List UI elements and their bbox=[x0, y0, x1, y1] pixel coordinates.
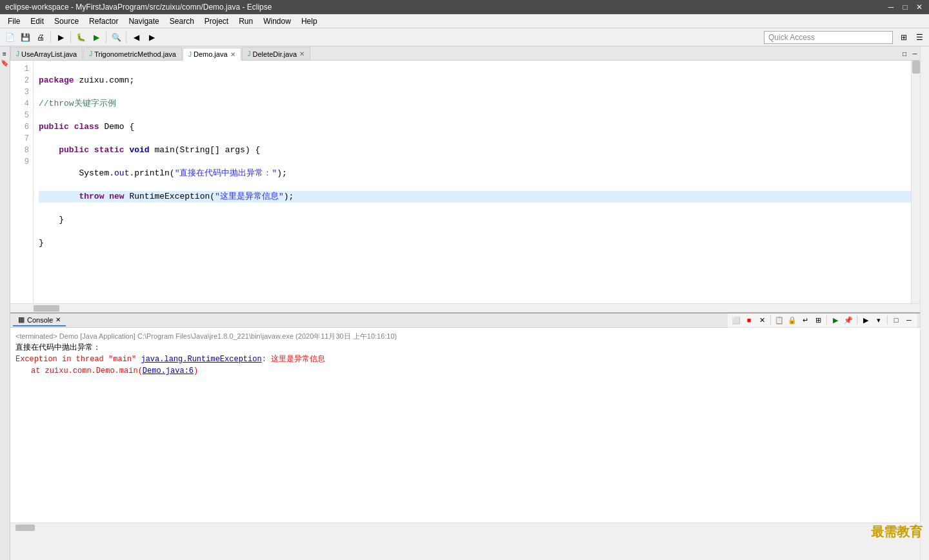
console-tab-close[interactable]: ✕ bbox=[55, 316, 61, 323]
tab-label-2: TrigonometricMethod.java bbox=[94, 50, 176, 58]
minimize-button[interactable]: ─ bbox=[886, 3, 895, 12]
sidebar-btn1[interactable]: ≡ bbox=[0, 49, 9, 58]
new-button[interactable]: 📄 bbox=[3, 30, 17, 45]
tab-delete-dir[interactable]: J DeleteDir.java ✕ bbox=[242, 47, 310, 60]
tab-demo[interactable]: J Demo.java ✕ bbox=[183, 48, 241, 61]
terminate-btn[interactable]: ■ bbox=[743, 314, 755, 326]
code-line-8: } bbox=[39, 237, 911, 249]
close-button[interactable]: ✕ bbox=[915, 3, 924, 12]
tab-icon-2: J bbox=[89, 50, 92, 57]
views-button[interactable]: ☰ bbox=[912, 30, 926, 45]
console-error-text1: Exception in thread "main" bbox=[15, 355, 141, 364]
console-sep2 bbox=[826, 315, 827, 325]
maximize-button[interactable]: □ bbox=[901, 3, 910, 12]
menu-file[interactable]: File bbox=[3, 15, 25, 27]
menu-search[interactable]: Search bbox=[165, 15, 199, 27]
menu-navigate[interactable]: Navigate bbox=[123, 15, 164, 27]
run-last-console-btn[interactable]: ▶ bbox=[830, 314, 841, 326]
editor-with-sidebar: ≡ 🔖 J UseArrayList.java J TrigonometricM… bbox=[0, 46, 929, 560]
console-minimize-btn[interactable]: ─ bbox=[903, 314, 915, 326]
tab-icon-4: J bbox=[248, 50, 251, 57]
console-output[interactable]: <terminated> Demo [Java Application] C:\… bbox=[10, 328, 920, 523]
editor-scrollbar[interactable] bbox=[911, 61, 920, 303]
console-next-btn[interactable]: ▶ bbox=[860, 314, 872, 326]
search-button[interactable]: 🔍 bbox=[109, 30, 123, 45]
code-line-1: package zuixu.comn; bbox=[39, 75, 911, 86]
window-controls: ─ □ ✕ bbox=[886, 3, 924, 12]
console-source-link[interactable]: Demo.java:6 bbox=[143, 366, 194, 375]
tab-use-array-list[interactable]: J UseArrayList.java bbox=[10, 47, 83, 60]
console-error-line2: at zuixu.comn.Demo.main(Demo.java:6) bbox=[15, 365, 915, 377]
tab-bar-controls: □ ─ bbox=[899, 47, 920, 60]
bottom-panel: ▦ Console ✕ ⬜ ■ ✕ 📋 🔒 ↵ ⊞ bbox=[10, 312, 920, 532]
save-button[interactable]: 💾 bbox=[18, 30, 32, 45]
console-maximize-btn[interactable]: □ bbox=[890, 314, 902, 326]
code-line-5: System.out.println("直接在代码中抛出异常："); bbox=[39, 168, 911, 179]
debug-button[interactable]: 🐛 bbox=[74, 30, 88, 45]
perspectives-button[interactable]: ⊞ bbox=[897, 30, 911, 45]
menu-source[interactable]: Source bbox=[49, 15, 84, 27]
console-exception-link[interactable]: java.lang.RuntimeException bbox=[141, 355, 261, 364]
console-view-btn[interactable]: ⊞ bbox=[812, 314, 824, 326]
forward-button[interactable]: ▶ bbox=[145, 30, 159, 45]
code-line-2: //throw关键字示例 bbox=[39, 98, 911, 110]
toolbar: 📄 💾 🖨 ▶ 🐛 ▶ 🔍 ◀ ▶ Quick Access ⊞ ☰ bbox=[0, 28, 929, 46]
quick-access-label: Quick Access bbox=[768, 33, 815, 42]
console-tab-bar: ▦ Console ✕ ⬜ ■ ✕ 📋 🔒 ↵ ⊞ bbox=[10, 314, 920, 328]
tab-label-4: DeleteDir.java bbox=[253, 50, 297, 58]
menu-refactor[interactable]: Refactor bbox=[84, 15, 123, 27]
console-at-text: at zuixu.comn.Demo.main( bbox=[31, 366, 143, 375]
menu-bar: File Edit Source Refactor Navigate Searc… bbox=[0, 14, 929, 28]
console-sep1 bbox=[770, 315, 771, 325]
tab-icon-1: J bbox=[16, 50, 19, 57]
run-button[interactable]: ▶ bbox=[89, 30, 103, 45]
scroll-lock-btn[interactable]: 🔒 bbox=[786, 314, 798, 326]
tab-minimize-btn[interactable]: ─ bbox=[910, 47, 920, 60]
tab-close-3[interactable]: ✕ bbox=[230, 51, 235, 58]
toolbar-sep4 bbox=[126, 32, 126, 43]
editor-hscroll[interactable] bbox=[10, 303, 920, 312]
word-wrap-btn[interactable]: ↵ bbox=[799, 314, 811, 326]
toolbar-sep1 bbox=[50, 32, 51, 43]
console-hscroll[interactable] bbox=[10, 523, 920, 532]
left-sidebar: ≡ 🔖 bbox=[0, 46, 10, 560]
menu-window[interactable]: Window bbox=[258, 15, 296, 27]
title-text: eclipse-workspace - MyFirstJavaProgram/s… bbox=[5, 3, 272, 12]
code-line-3: public class Demo { bbox=[39, 121, 911, 133]
pin-console-btn[interactable]: 📌 bbox=[843, 314, 854, 326]
menu-run[interactable]: Run bbox=[234, 15, 258, 27]
tab-maximize-btn[interactable]: □ bbox=[899, 47, 910, 60]
tab-trigonometric[interactable]: J TrigonometricMethod.java bbox=[83, 47, 182, 60]
line-numbers: 1 2 3 4 5 6 7 8 9 bbox=[10, 61, 34, 303]
console-toolbar: ⬜ ■ ✕ 📋 🔒 ↵ ⊞ ▶ 📌 ▶ ▾ bbox=[728, 314, 917, 328]
clear-console-btn[interactable]: ⬜ bbox=[730, 314, 742, 326]
sidebar-btn2[interactable]: 🔖 bbox=[0, 58, 9, 67]
console-terminated-line: <terminated> Demo [Java Application] C:\… bbox=[15, 330, 915, 342]
outer-scrollbar[interactable] bbox=[920, 46, 929, 560]
console-tab[interactable]: ▦ Console ✕ bbox=[13, 314, 66, 326]
console-icon: ▦ bbox=[18, 315, 25, 324]
title-bar: eclipse-workspace - MyFirstJavaProgram/s… bbox=[0, 0, 929, 14]
console-error-line1: Exception in thread "main" java.lang.Run… bbox=[15, 354, 915, 365]
run-last-button[interactable]: ▶ bbox=[54, 30, 68, 45]
toolbar-sep2 bbox=[70, 32, 71, 43]
toolbar-sep3 bbox=[106, 32, 106, 43]
quick-access-box[interactable]: Quick Access bbox=[764, 31, 893, 44]
code-line-4: public static void main(String[] args) { bbox=[39, 145, 911, 156]
code-area[interactable]: 1 2 3 4 5 6 7 8 9 package zuixu.comn; //… bbox=[10, 61, 920, 303]
tab-label-1: UseArrayList.java bbox=[21, 50, 77, 58]
menu-project[interactable]: Project bbox=[199, 15, 234, 27]
back-button[interactable]: ◀ bbox=[129, 30, 143, 45]
code-content[interactable]: package zuixu.comn; //throw关键字示例 public … bbox=[34, 61, 911, 303]
tab-icon-3: J bbox=[188, 51, 192, 58]
console-error-colon: : 这里是异常信息 bbox=[262, 355, 325, 364]
menu-help[interactable]: Help bbox=[296, 15, 323, 27]
main-layout: ≡ 🔖 J UseArrayList.java J TrigonometricM… bbox=[0, 46, 929, 560]
remove-launch-btn[interactable]: ✕ bbox=[756, 314, 768, 326]
console-sep3 bbox=[857, 315, 857, 325]
menu-edit[interactable]: Edit bbox=[25, 15, 49, 27]
copy-output-btn[interactable]: 📋 bbox=[774, 314, 785, 326]
console-menu-btn[interactable]: ▾ bbox=[873, 314, 884, 326]
print-button[interactable]: 🖨 bbox=[34, 30, 48, 45]
tab-close-4[interactable]: ✕ bbox=[299, 50, 305, 57]
